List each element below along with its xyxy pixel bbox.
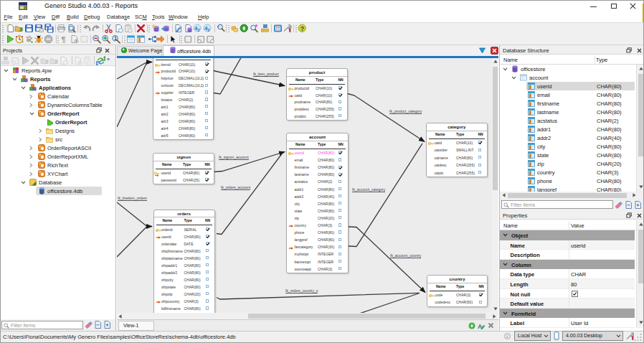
svg-text:2: 2: [207, 28, 209, 32]
svg-text:¶: ¶: [61, 35, 65, 44]
svg-text:2: 2: [197, 28, 199, 32]
svg-text:?: ?: [300, 25, 305, 32]
svg-text:i: i: [506, 334, 508, 339]
svg-text:1: 1: [114, 36, 117, 41]
